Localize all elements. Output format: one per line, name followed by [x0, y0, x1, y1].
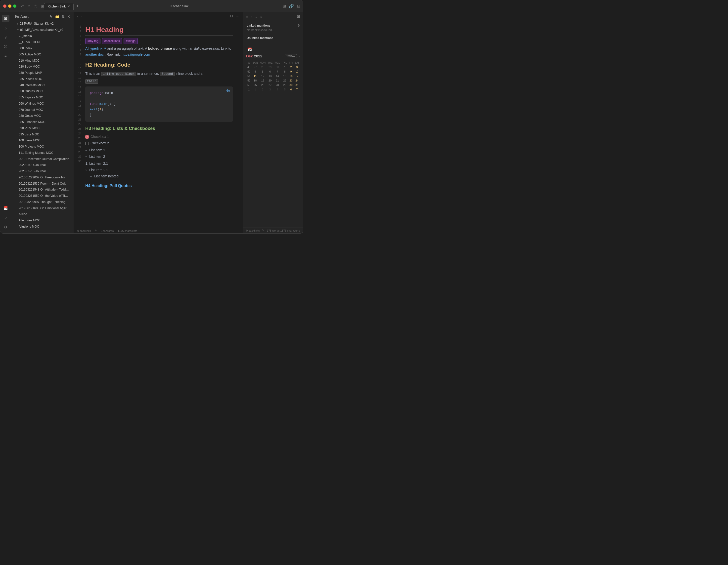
- tree-item-2020-0515[interactable]: 2020-05-15 Journal: [11, 168, 74, 175]
- tree-item-201903-poem[interactable]: 201903251530 Poem – Don't Quit – E…: [11, 181, 74, 187]
- cal-day-dec13[interactable]: 13: [267, 74, 273, 78]
- tree-item-201903-value[interactable]: 201903261550 On the Value of Time …: [11, 193, 74, 199]
- cal-day-dec28[interactable]: 28: [273, 83, 281, 87]
- raw-link[interactable]: https://google.com: [122, 52, 150, 56]
- calendar-today-button[interactable]: TODAY: [285, 54, 297, 58]
- active-tab[interactable]: Kitchen Sink ✕: [44, 3, 74, 10]
- cal-day-dec18[interactable]: 18: [252, 78, 259, 83]
- cal-day-nov28[interactable]: 28: [259, 65, 267, 69]
- tree-item-aikido[interactable]: Aikido: [11, 211, 74, 218]
- new-note-icon[interactable]: ✎: [49, 15, 52, 19]
- tree-item-100-projects[interactable]: 100 Projects MOC: [11, 144, 74, 150]
- back-button[interactable]: ‹: [77, 14, 79, 18]
- sidebar-icon-list[interactable]: ≡: [2, 52, 9, 60]
- cal-day-dec17[interactable]: 17: [294, 74, 300, 78]
- new-folder-icon[interactable]: 📁: [55, 15, 59, 19]
- tree-item-055-figures[interactable]: 055 Figures MOC: [11, 94, 74, 101]
- cal-day-dec11[interactable]: 11: [252, 74, 259, 78]
- tree-item-040-interests[interactable]: 040 Interests MOC: [11, 82, 74, 89]
- cal-day-dec27[interactable]: 27: [267, 83, 273, 87]
- cal-day-dec24[interactable]: 24: [294, 78, 300, 83]
- cal-day-dec6[interactable]: 6: [267, 69, 273, 74]
- tree-item-201903-attitude[interactable]: 201903261548 On Attitude – Teddy R…: [11, 187, 74, 193]
- sidebar-icon-git[interactable]: ⑂: [2, 34, 9, 41]
- grid-view-icon[interactable]: ⊞: [283, 4, 286, 8]
- cal-day-jan5[interactable]: 5: [281, 87, 288, 92]
- sidebar-icon-calendar[interactable]: 📅: [2, 205, 9, 212]
- link-icon[interactable]: 🔗: [289, 4, 294, 8]
- sidebar-icon-search[interactable]: ⌕: [2, 24, 9, 32]
- editor-content[interactable]: H1 Heading #my-tag #collections #things …: [82, 20, 243, 228]
- cal-day-dec8[interactable]: 8: [281, 69, 288, 74]
- cal-day-nov30[interactable]: 30: [273, 65, 281, 69]
- rp-sort-up-icon[interactable]: ↑: [251, 14, 253, 19]
- cal-day-dec29[interactable]: 29: [281, 83, 288, 87]
- hyperlink-2[interactable]: another doc: [85, 52, 104, 56]
- tree-item-allusions[interactable]: Allusions MOC: [11, 224, 74, 230]
- cal-day-dec14[interactable]: 14: [273, 74, 281, 78]
- tree-item-02para[interactable]: ▶02 PARA_Starter_Kit_v2: [11, 21, 74, 27]
- tree-item-2020-0514[interactable]: 2020-05-14 Journal: [11, 162, 74, 168]
- tree-item-allegories[interactable]: Allegories MOC: [11, 218, 74, 224]
- cal-day-jan1[interactable]: 1: [252, 87, 259, 92]
- tag-my-tag[interactable]: #my-tag: [85, 38, 100, 44]
- rp-list-icon[interactable]: ≡: [246, 14, 248, 19]
- tree-item-media[interactable]: ▶_media: [11, 33, 74, 39]
- cal-day-jan6[interactable]: 6: [288, 87, 294, 92]
- calendar-icon-button[interactable]: 📅: [246, 46, 253, 53]
- cal-day-dec26[interactable]: 26: [259, 83, 267, 87]
- cal-day-dec21[interactable]: 21: [273, 78, 281, 83]
- checkbox-1-row[interactable]: ✓ Checkbox 1: [85, 134, 233, 140]
- cal-day-dec10[interactable]: 10: [294, 69, 300, 74]
- tag-collections[interactable]: #collections: [102, 38, 122, 44]
- checkbox-1[interactable]: ✓: [85, 135, 89, 139]
- sidebar-icon-terminal[interactable]: ⌘: [2, 43, 9, 50]
- tree-item-201903-thought[interactable]: 201903299997 Thought Enriching: [11, 199, 74, 205]
- cal-day-dec7[interactable]: 7: [273, 69, 281, 74]
- cal-day-dec9[interactable]: 9: [288, 69, 294, 74]
- new-tab-button[interactable]: +: [76, 3, 79, 9]
- forward-button[interactable]: ›: [81, 14, 82, 18]
- sidebar-icon-settings[interactable]: ⚙: [2, 223, 9, 231]
- cal-day-jan2[interactable]: 2: [259, 87, 267, 92]
- cal-day-dec30[interactable]: 30: [288, 83, 294, 87]
- reading-view-button[interactable]: ⊡: [230, 14, 233, 18]
- cal-day-dec16[interactable]: 16: [288, 74, 294, 78]
- cal-day-dec12[interactable]: 12: [259, 74, 267, 78]
- tree-item-060-writings[interactable]: 060 Writings MOC: [11, 101, 74, 107]
- bookmark-icon[interactable]: ☆: [34, 4, 37, 8]
- tab-close-button[interactable]: ✕: [68, 5, 70, 8]
- cal-day-dec4[interactable]: 4: [252, 69, 259, 74]
- hyperlink-1[interactable]: A hyperlink ↗: [85, 46, 106, 50]
- close-button[interactable]: [3, 4, 6, 8]
- calendar-next-button[interactable]: ›: [299, 54, 300, 58]
- cal-day-jan4[interactable]: 4: [273, 87, 281, 92]
- tree-item-020-body[interactable]: 020 Body MOC: [11, 64, 74, 70]
- tree-item-010-mind[interactable]: 010 Mind MOC: [11, 58, 74, 64]
- folder-icon[interactable]: 🗂: [20, 4, 24, 8]
- calendar-prev-button[interactable]: ‹: [282, 54, 283, 58]
- tree-item-085-finances[interactable]: 085 Finances MOC: [11, 119, 74, 125]
- minimize-button[interactable]: [8, 4, 11, 8]
- cal-day-dec2[interactable]: 2: [288, 65, 294, 69]
- cal-day-dec25[interactable]: 25: [252, 83, 259, 87]
- tree-item-start-here[interactable]: __START HERE: [11, 39, 74, 45]
- tree-item-080-goals[interactable]: 080 Goals MOC: [11, 113, 74, 119]
- tree-item-201501[interactable]: 201501222007 On Freedom – Nick Milo: [11, 175, 74, 181]
- checkbox-2-row[interactable]: Checkbox 2: [85, 140, 233, 146]
- tree-item-005-active[interactable]: 005 Active MOC: [11, 51, 74, 58]
- sidebar-icon-explorer[interactable]: ⊞: [2, 15, 9, 22]
- cal-day-jan3[interactable]: 3: [267, 87, 273, 92]
- tree-item-070-journal[interactable]: 070 Journal MOC: [11, 107, 74, 113]
- tree-item-201906-emotional[interactable]: 201906191603 On Emotional Agility –…: [11, 205, 74, 212]
- cal-day-dec3[interactable]: 3: [294, 65, 300, 69]
- tree-item-2019-dec-journal[interactable]: 2019 December Journal Compilation: [11, 156, 74, 162]
- tree-item-111-editing[interactable]: 111 Editing Manual MOC: [11, 150, 74, 156]
- cal-day-dec19[interactable]: 19: [259, 78, 267, 83]
- cal-day-dec5[interactable]: 5: [259, 69, 267, 74]
- cal-day-nov29[interactable]: 29: [267, 65, 273, 69]
- cal-day-jan7[interactable]: 7: [294, 87, 300, 92]
- tree-item-030-people[interactable]: 030 People MAP: [11, 70, 74, 76]
- tree-item-000-index[interactable]: 000 Index: [11, 45, 74, 51]
- maximize-button[interactable]: [13, 4, 16, 8]
